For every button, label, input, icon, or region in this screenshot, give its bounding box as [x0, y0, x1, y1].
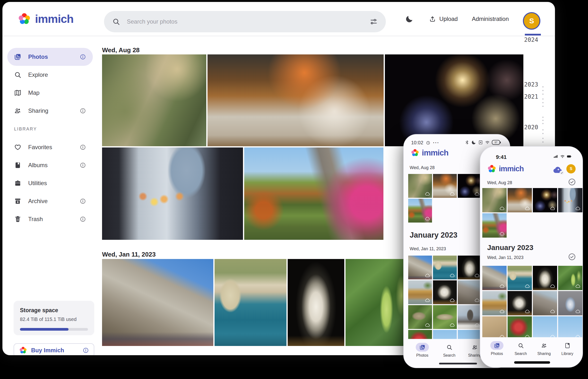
zoo-monkeys-photo[interactable]	[102, 54, 206, 146]
nav-item-sharing[interactable]: Sharing	[532, 341, 556, 356]
cloud-synced-icon	[500, 231, 505, 237]
search-bar[interactable]	[104, 11, 386, 32]
coastal-town-photo[interactable]	[215, 259, 286, 346]
sidebar-item-sharing[interactable]: Sharing	[7, 102, 93, 120]
lizard-on-moss-photo[interactable]	[408, 305, 432, 329]
marble-bust-photo[interactable]	[288, 259, 344, 346]
administration-link[interactable]: Administration	[472, 16, 509, 22]
home-indicator[interactable]	[514, 361, 550, 364]
beach-cliff-photo[interactable]	[482, 291, 507, 315]
archive-icon	[14, 198, 21, 205]
timeline-year[interactable]: 2024	[522, 36, 540, 43]
cloud-synced-icon	[525, 309, 530, 314]
lizard-closeup-photo[interactable]	[433, 305, 457, 329]
fireworks-night-photo[interactable]	[458, 174, 482, 198]
zoo-monkeys-photo[interactable]	[482, 188, 507, 212]
nav-item-photos[interactable]: Photos	[485, 341, 509, 356]
autumn-garden-path-photo[interactable]	[482, 213, 507, 237]
castle-ruins-photo[interactable]	[533, 291, 557, 315]
blue-sky-photo[interactable]	[433, 330, 457, 340]
albums-icon	[14, 161, 21, 169]
autumn-garden-path-photo[interactable]	[244, 147, 383, 240]
autumn-dinner-table-photo[interactable]	[433, 174, 457, 198]
sidebar-item-photos[interactable]: Photos	[7, 48, 93, 66]
autumn-dinner-table-photo[interactable]	[508, 188, 532, 212]
marble-bust-photo[interactable]	[458, 256, 482, 279]
sharing-icon	[14, 107, 21, 114]
buy-immich-button[interactable]: Buy Immich	[14, 343, 94, 355]
couple-holding-hands-photo[interactable]	[558, 188, 582, 212]
coastal-town-photo[interactable]	[508, 266, 532, 290]
info-icon[interactable]	[80, 216, 86, 222]
upload-button[interactable]: Upload	[429, 16, 458, 22]
red-flowers-photo[interactable]	[508, 316, 532, 338]
timeline-tick	[542, 123, 543, 124]
fortress-walls-photo[interactable]	[482, 266, 507, 290]
nav-item-search[interactable]: Search	[509, 341, 532, 356]
fortress-walls-photo[interactable]	[408, 256, 432, 279]
winter-church-photo[interactable]	[458, 305, 482, 329]
immich-flower-icon	[17, 12, 31, 26]
beach-cliff-photo[interactable]	[408, 280, 432, 304]
sidebar-item-trash[interactable]: Trash	[7, 210, 93, 228]
sidebar-item-favorites[interactable]: Favorites	[7, 138, 93, 156]
castle-ruins-photo[interactable]	[458, 280, 482, 304]
sidebar: PhotosExploreMapSharingLIBRARYFavoritesA…	[2, 36, 98, 355]
sandy-shore-photo[interactable]	[482, 316, 507, 338]
autumn-garden-path-photo[interactable]	[408, 199, 432, 222]
info-icon[interactable]	[80, 54, 86, 60]
blue-sky-photo[interactable]	[533, 316, 557, 338]
info-icon[interactable]	[80, 108, 86, 114]
coastal-town-photo[interactable]	[433, 256, 457, 279]
fireworks-night-photo[interactable]	[385, 54, 523, 146]
timeline-scrubber-handle[interactable]	[525, 34, 541, 35]
select-all-check-icon[interactable]	[568, 253, 576, 261]
select-all-check-icon[interactable]	[568, 178, 576, 186]
sidebar-item-explore[interactable]: Explore	[7, 66, 93, 84]
sidebar-item-label: Archive	[28, 198, 48, 205]
cloud-backup-icon[interactable]	[553, 165, 563, 174]
timeline-year[interactable]: 2023	[522, 81, 540, 88]
marble-bust-photo[interactable]	[533, 266, 557, 290]
timeline-tick	[542, 98, 543, 100]
timeline-tick	[542, 94, 543, 95]
blue-sky-photo[interactable]	[458, 330, 482, 340]
cloud-synced-icon	[425, 322, 430, 328]
home-indicator[interactable]	[439, 363, 477, 364]
immich-logo[interactable]: immich	[17, 2, 74, 36]
nav-item-library[interactable]: Library	[556, 341, 579, 356]
sidebar-item-albums[interactable]: Albums	[7, 156, 93, 174]
storage-title: Storage space	[20, 307, 88, 314]
blue-sky-photo[interactable]	[558, 316, 582, 338]
nav-item-label: Library	[561, 351, 573, 356]
couple-holding-hands-photo[interactable]	[102, 147, 243, 240]
info-icon[interactable]	[80, 162, 86, 168]
sea-grapes-plant-photo[interactable]	[558, 266, 582, 290]
fireworks-night-photo[interactable]	[533, 188, 557, 212]
silver-ornament-photo[interactable]	[558, 291, 582, 315]
info-icon[interactable]	[83, 347, 89, 353]
fortress-walls-photo[interactable]	[102, 259, 213, 346]
nav-item-search[interactable]: Search	[438, 343, 461, 358]
info-icon[interactable]	[80, 198, 86, 204]
stone-sculpture-photo[interactable]	[433, 280, 457, 304]
user-avatar[interactable]: S	[566, 164, 576, 174]
autumn-dinner-table-photo[interactable]	[207, 54, 384, 146]
nav-item-photos[interactable]: Photos	[411, 343, 434, 358]
sea-grapes-plant-photo[interactable]	[346, 259, 412, 346]
red-flowers-photo[interactable]	[408, 330, 432, 340]
filter-sliders-icon[interactable]	[370, 18, 378, 26]
zoo-monkeys-photo[interactable]	[408, 174, 432, 198]
sharing-icon	[468, 343, 481, 351]
dark-mode-toggle[interactable]	[405, 14, 415, 24]
search-input[interactable]	[126, 18, 364, 25]
sidebar-item-map[interactable]: Map	[7, 84, 93, 102]
sidebar-item-archive[interactable]: Archive	[7, 192, 93, 210]
stone-sculpture-photo[interactable]	[508, 291, 532, 315]
info-icon[interactable]	[80, 144, 86, 150]
user-avatar[interactable]: S	[523, 12, 540, 30]
sidebar-item-utilities[interactable]: Utilities	[7, 174, 93, 192]
timeline-year[interactable]: 2021	[522, 93, 540, 100]
timeline-year[interactable]: 2020	[522, 124, 540, 131]
cloud-synced-icon	[500, 206, 505, 211]
